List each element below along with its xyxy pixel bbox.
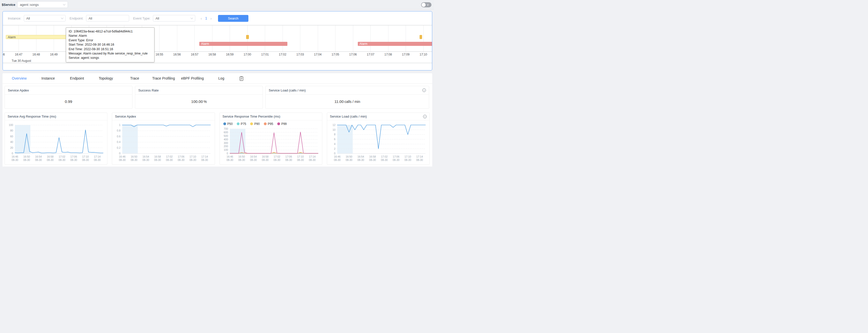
endpoint-input[interactable]: All xyxy=(86,15,129,22)
endpoint-input-value: All xyxy=(89,17,127,20)
metric-card-header: Service Apdex xyxy=(5,86,132,94)
event-type-select-value: All xyxy=(155,17,191,20)
svg-text:2: 2 xyxy=(334,147,336,150)
legend-dot xyxy=(250,122,253,125)
event-type-select[interactable]: All xyxy=(153,15,195,22)
event-bar-alarm[interactable]: Alarm xyxy=(358,42,432,46)
svg-text:08-30: 08-30 xyxy=(381,159,388,161)
svg-text:0.6: 0.6 xyxy=(117,135,121,138)
legend-item-p99: P99 xyxy=(277,122,287,126)
svg-text:08-30: 08-30 xyxy=(369,159,376,161)
svg-text:16:58: 16:58 xyxy=(262,155,269,158)
metric-cards-row: Service Apdex0.99Success Rate100.00%Serv… xyxy=(3,84,432,109)
tab-log[interactable]: Log xyxy=(210,76,233,80)
timeline-tick-label: 17:01 xyxy=(261,53,269,56)
tooltip-line: End Time: 2022-08-30 16:51:16 xyxy=(69,47,152,51)
svg-text:08-30: 08-30 xyxy=(226,159,233,161)
top-bar: $Service agent::songs V xyxy=(0,0,434,9)
chart-title-bar: Service Response Time Percentile (ms) xyxy=(220,113,322,120)
svg-text:400: 400 xyxy=(224,138,228,141)
svg-text:16:58: 16:58 xyxy=(154,155,161,158)
timeline-tick-label: 16:49 xyxy=(50,53,58,56)
service-select[interactable]: agent::songs xyxy=(17,1,68,8)
svg-text:0: 0 xyxy=(12,152,13,155)
chart-plot-avg-resp-time: 02040608010016:4608-3016:5008-3016:5408-… xyxy=(5,120,107,165)
tab-ebpf-profiling[interactable]: eBPF Profiling xyxy=(181,76,204,80)
chart-title-bar: Service Avg Response Time (ms) xyxy=(5,113,107,120)
metric-value: 11.00 xyxy=(335,99,344,104)
next-page-icon[interactable]: › xyxy=(209,16,213,21)
svg-text:08-30: 08-30 xyxy=(94,159,101,161)
tab-endpoint[interactable]: Endpoint xyxy=(65,76,89,80)
svg-text:16:50: 16:50 xyxy=(23,155,30,158)
svg-text:08-30: 08-30 xyxy=(11,159,18,161)
svg-text:40: 40 xyxy=(10,141,13,143)
event-bar-label: Alarm xyxy=(201,42,209,46)
legend-label: P75 xyxy=(241,122,246,126)
timeline-tick-label: 16:55 xyxy=(155,53,163,56)
event-tooltip: ID: 1064f23a-6eac-4812-a7cd-5d9a84d944c1… xyxy=(66,27,154,62)
event-marker[interactable] xyxy=(246,35,249,39)
clipboard-icon[interactable] xyxy=(240,76,243,81)
metric-unit: % xyxy=(204,100,207,104)
svg-text:0: 0 xyxy=(334,152,336,155)
svg-text:08-30: 08-30 xyxy=(346,159,352,161)
timeline-tick-label: 17:00 xyxy=(244,53,251,56)
legend-item-p90: P90 xyxy=(250,122,259,126)
svg-text:08-30: 08-30 xyxy=(59,159,65,161)
svg-text:80: 80 xyxy=(10,129,13,132)
svg-text:500: 500 xyxy=(224,135,228,137)
metric-card-body: 100.00% xyxy=(135,94,262,108)
page-number[interactable]: 1 xyxy=(204,16,209,20)
tooltip-line: Name: Alarm xyxy=(69,34,152,38)
metric-card-title: Service Load (calls / min) xyxy=(269,88,306,92)
metric-card: Success Rate100.00% xyxy=(135,86,263,109)
timeline-tick-label: 17:07 xyxy=(367,53,374,56)
svg-text:0.4: 0.4 xyxy=(117,141,121,143)
svg-text:0: 0 xyxy=(119,152,121,155)
service-select-value: agent::songs xyxy=(20,3,63,7)
svg-text:08-30: 08-30 xyxy=(238,159,245,161)
svg-text:08-30: 08-30 xyxy=(357,159,364,161)
search-button[interactable]: Search xyxy=(218,15,248,22)
version-toggle[interactable]: V xyxy=(421,2,431,7)
svg-text:0.8: 0.8 xyxy=(117,129,121,132)
tab-overview[interactable]: Overview xyxy=(8,76,31,80)
metric-value: 100.00 xyxy=(191,99,203,104)
svg-text:16:50: 16:50 xyxy=(131,155,137,158)
chart-plot-apdex: 00.20.40.60.8116:4608-3016:5008-3016:540… xyxy=(112,120,214,165)
svg-text:17:10: 17:10 xyxy=(82,155,89,158)
svg-text:17:14: 17:14 xyxy=(201,155,208,158)
svg-text:08-30: 08-30 xyxy=(178,159,185,161)
svg-text:0: 0 xyxy=(227,152,228,155)
legend-label: P99 xyxy=(281,122,287,126)
chevron-down-icon xyxy=(63,3,65,5)
legend-label: P90 xyxy=(254,122,259,126)
tab-trace-profiling[interactable]: Trace Profiling xyxy=(152,76,175,80)
legend-item-p75: P75 xyxy=(237,122,246,126)
event-marker[interactable] xyxy=(420,35,422,39)
toggle-label: V xyxy=(427,3,429,6)
timeline-tick-label: 16:46 xyxy=(3,53,5,56)
legend-dot xyxy=(237,122,240,125)
metric-value: 0.99 xyxy=(65,99,72,104)
toggle-knob xyxy=(422,3,426,7)
svg-text:08-30: 08-30 xyxy=(166,159,173,161)
tab-topology[interactable]: Topology xyxy=(94,76,118,80)
tab-instance[interactable]: Instance xyxy=(36,76,60,80)
event-bar-alarm[interactable]: Alarm xyxy=(199,42,287,46)
prev-page-icon[interactable]: ‹ xyxy=(199,16,204,21)
svg-text:16:58: 16:58 xyxy=(47,155,54,158)
event-filter-row: Instance: All Endpoint: All Event Type: … xyxy=(3,11,432,25)
info-icon[interactable]: i xyxy=(423,115,427,118)
chart-card-resp-time-percentile: Service Response Time Percentile (ms)P50… xyxy=(220,113,322,165)
info-icon[interactable]: i xyxy=(422,88,426,92)
svg-text:100: 100 xyxy=(9,124,13,127)
endpoint-label: Endpoint: xyxy=(70,17,84,20)
chart-legend: P50P75P90P95P99 xyxy=(220,120,322,127)
tab-trace[interactable]: Trace xyxy=(123,76,146,80)
metric-card-body: 11.00calls / min xyxy=(266,94,429,108)
legend-dot xyxy=(264,122,267,125)
instance-select[interactable]: All xyxy=(24,15,66,22)
timeline-tick-label: 16:58 xyxy=(208,53,216,56)
